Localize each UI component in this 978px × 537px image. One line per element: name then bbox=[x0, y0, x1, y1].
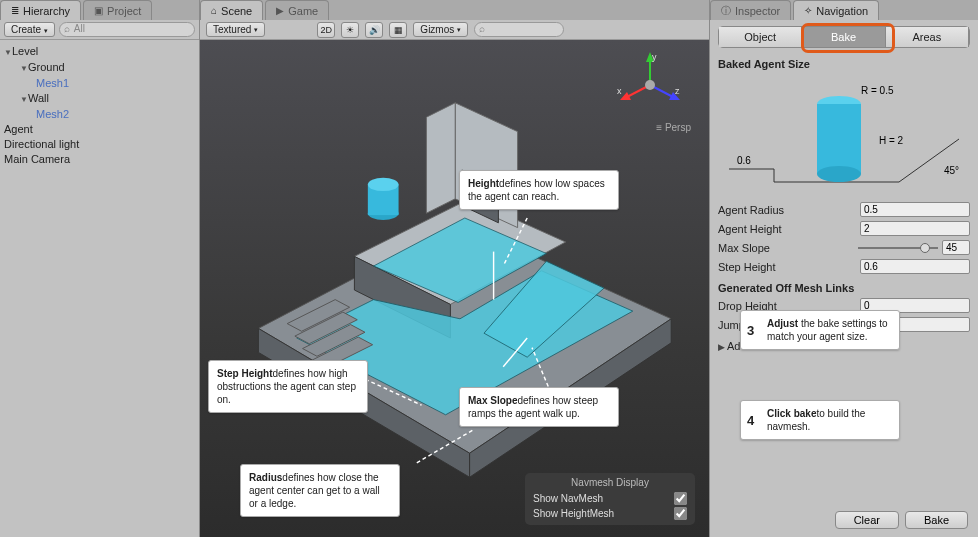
navigation-panel: ⓘInspector ✧Navigation Object Bake Areas… bbox=[710, 0, 978, 537]
fold-icon[interactable]: ▼ bbox=[4, 45, 12, 60]
item-label: Agent bbox=[4, 123, 33, 135]
show-navmesh-checkbox[interactable] bbox=[674, 492, 687, 505]
game-icon: ▶ bbox=[276, 5, 284, 16]
tab-inspector[interactable]: ⓘInspector bbox=[710, 0, 791, 20]
hierarchy-panel: ≣Hierarchy ▣Project Create ▾ ⌕All ▼Level… bbox=[0, 0, 200, 537]
callout-height-b: Height bbox=[468, 178, 499, 189]
navigation-icon: ✧ bbox=[804, 5, 812, 16]
callout-radius: Radiusdefines how close the agent center… bbox=[240, 464, 400, 517]
gizmos-dropdown[interactable]: Gizmos▾ bbox=[413, 22, 468, 37]
svg-text:z: z bbox=[675, 86, 680, 96]
callout-height: Heightdefines how low spaces the agent c… bbox=[459, 170, 619, 210]
info-icon: ⓘ bbox=[721, 4, 731, 18]
projection-label: ≡ Persp bbox=[656, 122, 691, 133]
bake-buttons: Clear Bake bbox=[835, 511, 968, 529]
item-label: Mesh2 bbox=[36, 108, 69, 120]
step-height-label: Step Height bbox=[718, 261, 860, 273]
tab-inspector-label: Inspector bbox=[735, 5, 780, 17]
navigation-subtabs: Object Bake Areas bbox=[718, 26, 970, 48]
create-label: Create bbox=[11, 24, 41, 35]
callout-slope-b: Max Slope bbox=[468, 395, 517, 406]
hierarchy-icon: ≣ bbox=[11, 5, 19, 16]
tab-scene-label: Scene bbox=[221, 5, 252, 17]
subtab-areas[interactable]: Areas bbox=[886, 27, 969, 47]
max-slope-label: Max Slope bbox=[718, 242, 858, 254]
param-agent-height: Agent Height bbox=[718, 220, 970, 237]
inspector-tabs: ⓘInspector ✧Navigation bbox=[710, 0, 978, 20]
callout-4-num: 4 bbox=[747, 414, 754, 427]
list-item[interactable]: Directional light bbox=[2, 137, 197, 152]
folder-icon: ▣ bbox=[94, 5, 103, 16]
callout-step: Step Heightdefines how high obstructions… bbox=[208, 360, 368, 413]
callout-radius-b: Radius bbox=[249, 472, 282, 483]
item-label: Directional light bbox=[4, 138, 79, 150]
search-input[interactable]: ⌕All bbox=[59, 22, 195, 37]
tab-project[interactable]: ▣Project bbox=[83, 0, 152, 20]
param-agent-radius: Agent Radius bbox=[718, 201, 970, 218]
list-item[interactable]: Main Camera bbox=[2, 152, 197, 167]
callout-4: 4 Click baketo build the navmesh. bbox=[740, 400, 900, 440]
scene-search-input[interactable]: ⌕ bbox=[474, 22, 564, 37]
search-icon: ⌕ bbox=[64, 23, 70, 34]
scene-tabs: ⌂Scene ▶Game bbox=[200, 0, 709, 20]
show-heightmesh-checkbox[interactable] bbox=[674, 507, 687, 520]
persp-text: Persp bbox=[665, 122, 691, 133]
list-item[interactable]: Mesh2 bbox=[2, 107, 197, 122]
list-item[interactable]: ▼Level bbox=[2, 44, 197, 60]
fold-icon: ▶ bbox=[718, 342, 727, 352]
toggle-lighting-icon[interactable]: ☀ bbox=[341, 22, 359, 38]
dropdown-caret-icon: ▾ bbox=[457, 26, 461, 34]
subtab-object[interactable]: Object bbox=[719, 27, 802, 47]
tab-hierarchy[interactable]: ≣Hierarchy bbox=[0, 0, 81, 20]
list-item[interactable]: Agent bbox=[2, 122, 197, 137]
toggle-2d[interactable]: 2D bbox=[317, 22, 335, 38]
svg-point-17 bbox=[368, 178, 399, 191]
agent-radius-input[interactable] bbox=[860, 202, 970, 217]
diagram-angle-label: 45° bbox=[944, 165, 959, 176]
max-slope-slider[interactable] bbox=[858, 241, 938, 255]
fold-icon[interactable]: ▼ bbox=[20, 92, 28, 107]
show-heightmesh-label: Show HeightMesh bbox=[533, 508, 614, 519]
bake-button[interactable]: Bake bbox=[905, 511, 968, 529]
scene-toolbar: Textured▾ 2D ☀ 🔊 ▦ Gizmos▾ ⌕ bbox=[200, 20, 709, 40]
diagram-h-label: H = 2 bbox=[879, 135, 904, 146]
shading-dropdown[interactable]: Textured▾ bbox=[206, 22, 265, 37]
param-max-slope: Max Slope bbox=[718, 239, 970, 256]
tab-game[interactable]: ▶Game bbox=[265, 0, 329, 20]
step-height-input[interactable] bbox=[860, 259, 970, 274]
svg-rect-39 bbox=[817, 104, 861, 174]
scene-icon: ⌂ bbox=[211, 5, 217, 16]
diagram-step-label: 0.6 bbox=[737, 155, 751, 166]
agent-radius-label: Agent Radius bbox=[718, 204, 860, 216]
navmesh-display-panel: Navmesh Display Show NavMesh Show Height… bbox=[525, 473, 695, 525]
fold-icon[interactable]: ▼ bbox=[20, 61, 28, 76]
toggle-audio-icon[interactable]: 🔊 bbox=[365, 22, 383, 38]
list-item[interactable]: ▼Wall bbox=[2, 91, 197, 107]
create-button[interactable]: Create ▾ bbox=[4, 22, 55, 37]
list-item[interactable]: ▼Ground bbox=[2, 60, 197, 76]
hierarchy-list: ▼Level ▼Ground Mesh1 ▼Wall Mesh2 Agent D… bbox=[0, 40, 199, 171]
dropdown-caret-icon: ▾ bbox=[44, 27, 48, 34]
svg-point-33 bbox=[645, 80, 655, 90]
tab-navigation[interactable]: ✧Navigation bbox=[793, 0, 879, 20]
search-placeholder: All bbox=[74, 23, 85, 34]
hierarchy-tabs: ≣Hierarchy ▣Project bbox=[0, 0, 199, 20]
callout-3-b: Adjust bbox=[767, 318, 798, 329]
subtab-bake[interactable]: Bake bbox=[802, 27, 885, 47]
gen-off-title: Generated Off Mesh Links bbox=[718, 282, 970, 294]
hierarchy-toolbar: Create ▾ ⌕All bbox=[0, 20, 199, 40]
list-item[interactable]: Mesh1 bbox=[2, 76, 197, 91]
svg-text:x: x bbox=[617, 86, 622, 96]
scene-viewport[interactable]: y z x ≡ Persp Heightdefines how low spac… bbox=[200, 40, 709, 537]
callout-step-b: Step Height bbox=[217, 368, 273, 379]
agent-height-input[interactable] bbox=[860, 221, 970, 236]
orientation-gizmo[interactable]: y z x bbox=[615, 50, 685, 120]
item-label: Wall bbox=[28, 92, 49, 104]
clear-button[interactable]: Clear bbox=[835, 511, 899, 529]
callout-4-b: Click bake bbox=[767, 408, 816, 419]
callout-slope: Max Slopedefines how steep ramps the age… bbox=[459, 387, 619, 427]
svg-text:y: y bbox=[652, 52, 657, 62]
tab-scene[interactable]: ⌂Scene bbox=[200, 0, 263, 20]
toggle-fx-icon[interactable]: ▦ bbox=[389, 22, 407, 38]
max-slope-input[interactable] bbox=[942, 240, 970, 255]
